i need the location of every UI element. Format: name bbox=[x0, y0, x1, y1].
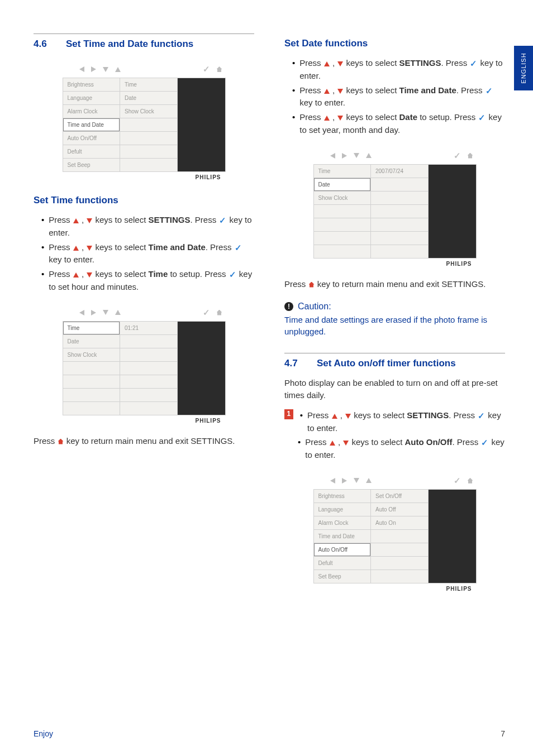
language-tab: ENGLISH bbox=[514, 46, 533, 90]
home-icon bbox=[468, 153, 473, 159]
menu-cell bbox=[314, 218, 372, 232]
arrow-up-icon bbox=[324, 89, 330, 94]
menu-cell bbox=[120, 362, 178, 375]
brand-label: PHILIPS bbox=[63, 172, 226, 181]
menu-cell bbox=[371, 570, 429, 583]
section-4-7-intro: Photo display can be enabled to turn on … bbox=[284, 377, 505, 401]
menu-cell: Time bbox=[120, 78, 178, 92]
menu-cell bbox=[120, 348, 178, 362]
left-column: 4.6 Set Time and Date functions ✓ Bright… bbox=[34, 34, 254, 597]
confirm-icon: ✓ bbox=[203, 308, 210, 318]
menu-cell: Defult bbox=[314, 557, 372, 570]
check-icon: ✓ bbox=[486, 85, 493, 97]
menu-cell: Time bbox=[314, 165, 372, 178]
brand-label: PHILIPS bbox=[313, 259, 477, 268]
arrow-down-icon bbox=[345, 414, 351, 419]
arrow-up-icon bbox=[330, 441, 335, 446]
menu-cell bbox=[371, 192, 429, 205]
nav-down-icon bbox=[103, 310, 108, 315]
menu-cell: Set On/Off bbox=[371, 490, 429, 503]
arrow-down-icon bbox=[337, 61, 343, 66]
menu-cell: Auto Off bbox=[371, 503, 429, 516]
menu-cell: 2007/07/24 bbox=[371, 165, 429, 178]
set-time-heading: Set Time functions bbox=[34, 195, 254, 206]
menu-cell: Set Beep bbox=[63, 159, 121, 172]
menu-cell bbox=[63, 402, 121, 415]
footer-section-label: Enjoy bbox=[34, 729, 53, 738]
arrow-up-icon bbox=[73, 218, 79, 223]
menu-cell bbox=[371, 557, 429, 570]
screenshot-auto-on-off: ✓ BrightnessLanguageAlarm ClockTime and … bbox=[308, 469, 482, 595]
menu-cell: Alarm Clock bbox=[63, 105, 121, 118]
nav-up-icon bbox=[366, 153, 372, 158]
menu-cell bbox=[63, 362, 121, 375]
arrow-up-icon bbox=[332, 414, 337, 419]
confirm-icon: ✓ bbox=[203, 64, 210, 74]
menu-cell bbox=[314, 232, 372, 245]
menu-cell: Date bbox=[63, 335, 121, 348]
check-icon: ✓ bbox=[478, 410, 485, 422]
check-icon: ✓ bbox=[478, 112, 486, 124]
brand-label: PHILIPS bbox=[313, 583, 477, 593]
menu-cell bbox=[63, 389, 121, 402]
confirm-icon: ✓ bbox=[454, 151, 461, 161]
nav-down-icon bbox=[354, 478, 359, 483]
step-badge-1: 1 bbox=[284, 409, 293, 419]
menu-cell: Language bbox=[314, 503, 372, 516]
menu-cell: Alarm Clock bbox=[314, 516, 372, 530]
check-icon: ✓ bbox=[229, 269, 236, 281]
arrow-up-icon bbox=[324, 116, 330, 121]
nav-right-icon bbox=[342, 478, 347, 484]
menu-cell: Auto On bbox=[371, 516, 429, 530]
screenshot-time-value: ✓ TimeDateShow Clock 01:21 PHILIPS bbox=[57, 301, 231, 427]
arrow-down-icon bbox=[87, 272, 92, 277]
nav-left-icon bbox=[330, 153, 335, 159]
menu-cell: Brightness bbox=[63, 78, 121, 92]
nav-left-icon bbox=[79, 310, 84, 315]
menu-cell: Time bbox=[63, 322, 121, 335]
menu-cell: Time and Date bbox=[63, 118, 121, 132]
arrow-down-icon bbox=[87, 218, 92, 223]
menu-cell bbox=[120, 118, 178, 132]
menu-cell bbox=[371, 232, 429, 245]
menu-cell bbox=[120, 159, 178, 172]
check-icon: ✓ bbox=[470, 58, 477, 70]
menu-cell: Show Clock bbox=[63, 348, 121, 362]
nav-up-icon bbox=[115, 67, 121, 72]
brand-label: PHILIPS bbox=[63, 415, 226, 425]
right-column: Set Date functions • Press , keys to sel… bbox=[284, 34, 505, 597]
menu-cell: 01:21 bbox=[120, 322, 178, 335]
arrow-up-icon bbox=[324, 61, 330, 66]
menu-cell: Auto On/Off bbox=[314, 543, 372, 557]
menu-cell bbox=[63, 375, 121, 389]
menu-cell: Show Clock bbox=[314, 192, 372, 205]
caution-icon: ! bbox=[284, 302, 293, 311]
menu-cell bbox=[120, 145, 178, 159]
confirm-icon: ✓ bbox=[454, 476, 461, 486]
arrow-down-icon bbox=[87, 246, 92, 251]
menu-cell: Language bbox=[63, 92, 121, 105]
menu-cell: Date bbox=[120, 92, 178, 105]
check-icon: ✓ bbox=[235, 242, 242, 254]
return-instruction: Press key to return main menu and exit S… bbox=[34, 435, 254, 448]
arrow-up-icon bbox=[73, 246, 79, 251]
nav-up-icon bbox=[115, 310, 121, 315]
menu-cell: Time and Date bbox=[314, 530, 372, 543]
menu-cell bbox=[371, 178, 429, 192]
nav-down-icon bbox=[103, 67, 108, 72]
caution-body: Time and date settings are erased if the… bbox=[284, 314, 505, 337]
menu-cell bbox=[371, 530, 429, 543]
return-instruction: Press key to return main menu and exit S… bbox=[284, 278, 505, 291]
home-icon bbox=[468, 478, 473, 484]
menu-cell bbox=[120, 389, 178, 402]
menu-cell: Show Clock bbox=[120, 105, 178, 118]
menu-cell bbox=[371, 205, 429, 218]
nav-up-icon bbox=[366, 478, 372, 483]
menu-cell: Defult bbox=[63, 145, 121, 159]
nav-right-icon bbox=[91, 66, 96, 72]
section-4-7-title: 4.7 Set Auto on/off timer functions bbox=[284, 353, 505, 369]
arrow-down-icon bbox=[337, 116, 343, 121]
arrow-up-icon bbox=[73, 272, 79, 277]
home-icon bbox=[58, 439, 64, 444]
menu-cell bbox=[120, 402, 178, 415]
